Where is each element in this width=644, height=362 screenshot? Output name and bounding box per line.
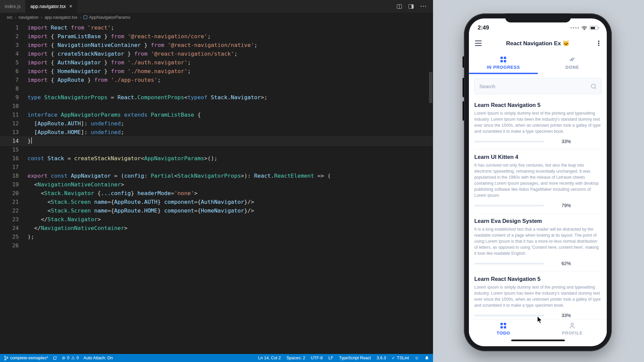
tab-in-progress[interactable]: IN PROGRESS	[469, 53, 538, 74]
code-line[interactable]: 9type StackNavigatorProps = React.Compon…	[0, 93, 433, 102]
git-branch-status[interactable]: complete-exmaples*	[4, 356, 48, 361]
task-description: Lorem Ipsum is simply dummy text of the …	[474, 110, 601, 134]
typescript-version-status[interactable]: 3.6.3	[377, 356, 386, 360]
code-line[interactable]: 17	[0, 163, 433, 172]
more-options-icon[interactable]	[594, 41, 601, 46]
search-bar	[474, 78, 601, 94]
tab-index-js[interactable]: index.js	[0, 0, 25, 13]
indentation-status[interactable]: Spaces: 2	[286, 356, 305, 360]
line-number: 12	[0, 119, 19, 128]
bottom-navigation: TODO PROFILE	[469, 319, 607, 337]
close-tab-icon[interactable]: ×	[69, 4, 72, 9]
cursor-position-status[interactable]: Ln 14, Col 2	[258, 356, 281, 360]
task-progress: 62%	[474, 261, 601, 266]
person-icon	[569, 323, 575, 328]
toggle-layout-icon[interactable]	[409, 4, 414, 9]
split-editor-icon[interactable]	[397, 4, 402, 9]
code-line[interactable]: 24 </NavigationNativeContainer>	[0, 224, 433, 233]
progress-percentage: 79%	[561, 203, 571, 208]
code-lines: 1import React from 'react';2import { Par…	[0, 23, 433, 250]
active-tab-indicator	[469, 73, 538, 74]
task-item[interactable]: Learn React Navigation 5 Lorem Ipsum is …	[474, 272, 601, 319]
code-line[interactable]: 16const Stack = createStackNavigator<App…	[0, 154, 433, 163]
problems-status[interactable]: ⊘ 0 ⚠ 0	[62, 356, 79, 360]
home-indicator-area	[469, 337, 607, 346]
code-line[interactable]: 14}	[0, 137, 433, 145]
code-line[interactable]: 3import { NavigationNativeContainer } fr…	[0, 41, 433, 50]
search-input[interactable]	[479, 83, 591, 89]
task-item[interactable]: Learn React Navigation 5 Lorem Ipsum is …	[474, 98, 601, 149]
code-line[interactable]: 22 <Stack.Screen name={AppRoute.HOME} co…	[0, 206, 433, 215]
encoding-status[interactable]: UTF-8	[311, 356, 323, 360]
line-number: 1	[0, 23, 19, 32]
code-line[interactable]: 10	[0, 102, 433, 111]
task-description: It has survived not only five centuries,…	[474, 162, 601, 198]
line-number: 7	[0, 76, 19, 84]
code-line[interactable]: 23 </Stack.Navigator>	[0, 215, 433, 224]
tab-done[interactable]: ✓✓ DONE	[538, 53, 607, 74]
code-line[interactable]: 18export const AppNavigator = (config: P…	[0, 172, 433, 180]
tab-app-navigator-tsx[interactable]: app.navigator.tsx ×	[25, 0, 77, 13]
code-line[interactable]: 8	[0, 84, 433, 93]
tslint-status[interactable]: ✓ TSLint	[392, 356, 409, 360]
phone-notch	[505, 13, 571, 22]
line-number: 24	[0, 224, 19, 233]
breadcrumb-navigation[interactable]: navigation	[18, 15, 38, 20]
hamburger-menu-icon[interactable]	[475, 41, 482, 46]
task-item[interactable]: Learn UI Kitten 4 It has survived not on…	[474, 149, 601, 214]
line-number: 11	[0, 111, 19, 119]
sync-status[interactable]	[53, 356, 57, 360]
nav-item-todo[interactable]: TODO	[469, 323, 538, 336]
code-editor[interactable]: 1import React from 'react';2import { Par…	[0, 22, 433, 354]
task-title: Learn UI Kitten 4	[474, 154, 601, 160]
app-title: React Navigation Ex 🐱	[482, 40, 594, 47]
notifications-bell-icon[interactable]	[425, 356, 429, 360]
code-line[interactable]: 7import { AppRoute } from './app-routes'…	[0, 76, 433, 84]
home-indicator[interactable]	[511, 340, 565, 341]
line-number: 22	[0, 206, 19, 215]
breadcrumb-symbol[interactable]: AppNavigatorParams	[84, 15, 130, 20]
volume-down-button[interactable]	[463, 101, 464, 121]
task-progress: 79%	[474, 203, 601, 208]
grid-icon	[500, 57, 506, 62]
code-line[interactable]: 19 <NavigationNativeContainer>	[0, 180, 433, 189]
code-line[interactable]: 2import { ParamListBase } from '@react-n…	[0, 32, 433, 41]
code-line[interactable]: 13 [AppRoute.HOME]: undefined;	[0, 128, 433, 137]
progress-percentage: 33%	[561, 313, 571, 318]
feedback-smiley-icon[interactable]: ☺	[415, 356, 419, 360]
mute-switch[interactable]	[463, 56, 464, 68]
progress-percentage: 33%	[561, 139, 571, 144]
line-number: 21	[0, 198, 19, 206]
code-line[interactable]: 1import React from 'react';	[0, 23, 433, 32]
code-line[interactable]: 12 [AppRoute.AUTH]: undefined;	[0, 119, 433, 128]
line-number: 5	[0, 58, 19, 67]
code-line[interactable]: 25);	[0, 233, 433, 241]
code-line[interactable]: 15	[0, 145, 433, 154]
eol-status[interactable]: LF	[328, 356, 333, 360]
code-line[interactable]: 21 <Stack.Screen name={AppRoute.AUTH} co…	[0, 198, 433, 206]
breadcrumb-src[interactable]: src	[7, 15, 12, 20]
code-line[interactable]: 11interface AppNavigatorParams extends P…	[0, 111, 433, 119]
progress-bar-track	[474, 205, 544, 206]
vscode-window: index.js app.navigator.tsx × ··· src › n…	[0, 0, 433, 362]
grid-icon	[500, 323, 506, 328]
chevron-right-icon: ›	[41, 15, 42, 20]
volume-up-button[interactable]	[463, 78, 464, 97]
nav-item-profile[interactable]: PROFILE	[538, 323, 607, 336]
language-mode-status[interactable]: TypeScript React	[339, 356, 371, 360]
auto-attach-status[interactable]: Auto Attach: On	[84, 356, 113, 360]
code-line[interactable]: 20 <Stack.Navigator {...config} headerMo…	[0, 189, 433, 198]
line-number: 6	[0, 67, 19, 76]
battery-icon	[590, 26, 598, 30]
line-number: 20	[0, 189, 19, 198]
code-line[interactable]: 6import { HomeNavigator } from './home.n…	[0, 67, 433, 76]
task-item[interactable]: Learn Eva Design System It is a long est…	[474, 214, 601, 272]
breadcrumb-file[interactable]: app.navigator.tsx	[45, 15, 77, 20]
editor-scrollbar[interactable]	[429, 72, 432, 103]
line-number: 16	[0, 154, 19, 163]
code-line[interactable]: 4import { createStackNavigator } from '@…	[0, 50, 433, 58]
search-icon[interactable]	[591, 83, 596, 89]
code-line[interactable]: 5import { AuthNavigator } from './auth.n…	[0, 58, 433, 67]
code-line[interactable]: 26	[0, 241, 433, 250]
more-actions-icon[interactable]: ···	[420, 5, 427, 8]
